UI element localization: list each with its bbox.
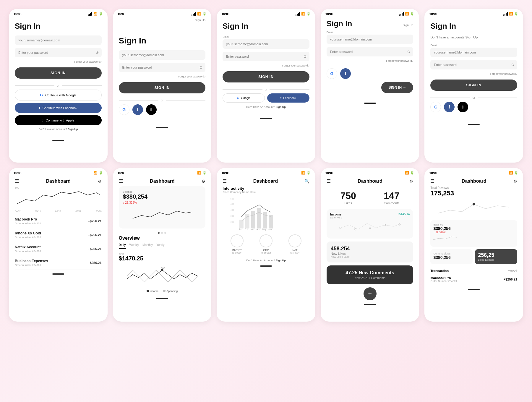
hamburger-icon-d5[interactable]: ☰	[430, 178, 434, 184]
google-signin-button-1[interactable]: G Continue with Google	[15, 90, 102, 100]
password-input-3[interactable]	[223, 52, 309, 61]
balance-line-d2	[123, 207, 202, 224]
forgot-pwd-4[interactable]: Forgot your password?	[327, 59, 413, 62]
email-input-4[interactable]	[327, 35, 413, 44]
dont-have-account-1: Don't Have An Account? Sign Up	[15, 128, 102, 131]
dash-header-d5: ☰ Dashboard ⚙	[424, 176, 523, 186]
filter-icon-d5[interactable]: ⚙	[513, 179, 517, 184]
forgot-pwd-1[interactable]: Forgot your password?	[15, 60, 102, 63]
income-label-d4: Income	[330, 213, 342, 216]
time-d4: 10:01	[325, 171, 334, 175]
tab-weekly-d2[interactable]: Weekly	[129, 243, 139, 249]
tab-monthly-d2[interactable]: Monthly	[142, 243, 153, 249]
facebook-circle-5[interactable]: f	[444, 102, 455, 112]
hamburger-icon-d3[interactable]: ☰	[223, 178, 227, 184]
facebook-signin-button-1[interactable]: f Continue with Facebook	[15, 103, 102, 113]
signin-button-2[interactable]: SIGN IN	[119, 82, 206, 93]
new-comments-card-d4: 47.25 New Comments New 25,214 Comments	[327, 265, 413, 284]
signin-button-3[interactable]: SIGN IN	[223, 71, 309, 82]
hamburger-icon-d4[interactable]: ☰	[327, 178, 331, 184]
facebook-circle-4[interactable]: f	[340, 68, 351, 79]
dash-title-d3: Dashboard	[253, 179, 278, 184]
balance-mini-change-d5: ↓ 29.328%	[433, 231, 514, 234]
signal-icon-2	[192, 12, 196, 16]
svg-text:Apr: Apr	[257, 228, 260, 231]
password-input-5[interactable]	[430, 60, 517, 69]
battery-icon: 🔋	[99, 12, 103, 16]
signup-top-link-4[interactable]: Sign Up	[403, 24, 413, 27]
facebook-icon-4: f	[345, 71, 346, 76]
fab-d4[interactable]: +	[364, 287, 377, 300]
svg-text:Jun: Jun	[268, 228, 272, 230]
content-views-num-d5: $380,256	[433, 255, 470, 260]
filter-icon-d2[interactable]: ⚙	[202, 179, 205, 184]
signup-link-3[interactable]: Sign Up	[276, 106, 286, 108]
google-icon-2: G	[122, 107, 126, 112]
overview-section-d2: Overview Daily Weekly Monthly Yearly Tot…	[113, 236, 212, 262]
line-chart-d1	[15, 186, 102, 210]
tab-yearly-d2[interactable]: Yearly	[156, 243, 164, 249]
balance-amount-d2: $380,254	[123, 193, 202, 200]
google-circle-5[interactable]: G	[430, 102, 441, 112]
password-group-4: ⊘	[327, 47, 413, 56]
google-btn-3[interactable]: G Google	[223, 93, 265, 103]
dash-title-d2: Dashboard	[150, 179, 175, 184]
tab-daily-d2[interactable]: Daily	[119, 243, 126, 249]
content-card-d5: Content Views $380,256	[430, 249, 473, 264]
status-bar-2: 10:01 📶 🔋	[113, 9, 212, 17]
earned-num-d5: 256,25	[478, 252, 514, 258]
signin-arrow-button-4[interactable]: SIGN IN →	[381, 82, 413, 93]
signup-link-d3[interactable]: Sign Up	[276, 259, 286, 262]
or-divider-2: or	[119, 99, 206, 102]
apple-circle-5[interactable]: 	[458, 102, 468, 112]
google-circle-4[interactable]: G	[327, 68, 337, 79]
status-icons-d5: 📶 🔋	[509, 171, 518, 175]
signup-link-5[interactable]: Sign Up	[466, 35, 478, 39]
facebook-btn-3[interactable]: f Facebook	[267, 93, 309, 103]
time-d2: 10:01	[118, 171, 126, 175]
password-input-2[interactable]	[119, 63, 206, 72]
password-input-4[interactable]	[327, 47, 413, 56]
likes-label-d4: Likes	[340, 201, 356, 205]
signin-button-1[interactable]: SIGN IN	[15, 67, 102, 79]
status-bar-4: 10:01 📶 🔋	[321, 9, 419, 17]
forgot-pwd-2[interactable]: Forgot your password?	[119, 75, 206, 78]
hamburger-icon-d2[interactable]: ☰	[119, 178, 123, 184]
forgot-pwd-5[interactable]: Forgot your password?	[430, 72, 517, 75]
filter-icon-d1[interactable]: ⚙	[98, 179, 102, 184]
signin-button-5[interactable]: SIGN IN	[430, 80, 517, 91]
view-all-d5[interactable]: View All	[508, 269, 517, 272]
signup-link-1[interactable]: Sign Up	[68, 128, 78, 131]
email-label-3: Email	[223, 35, 309, 38]
google-icon-4: G	[330, 71, 333, 76]
home-indicator-d1	[52, 273, 64, 275]
wifi-icon-d1: 📶	[93, 171, 98, 175]
facebook-circle-2[interactable]: f	[132, 104, 143, 115]
apple-circle-2[interactable]: 	[146, 104, 157, 115]
signup-top-link-2[interactable]: Sign Up	[195, 19, 206, 22]
email-input-3[interactable]	[223, 39, 309, 49]
email-group-3: Email	[223, 35, 309, 49]
google-circle-2[interactable]: G	[119, 104, 129, 115]
svg-text:May: May	[262, 228, 267, 231]
email-input-1[interactable]	[15, 35, 102, 45]
new-comments-sub-d4: New 25,214 Comments	[331, 276, 409, 280]
email-input-5[interactable]	[430, 48, 517, 57]
signin-title-2: Sign In	[119, 36, 206, 46]
email-input-2[interactable]	[119, 50, 206, 60]
hamburger-icon-d1[interactable]: ☰	[15, 178, 19, 184]
home-indicator-d2	[156, 298, 168, 299]
battery-icon-2: 🔋	[202, 12, 207, 16]
filter-icon-d4[interactable]: ⚙	[409, 179, 413, 184]
svg-rect-9	[251, 211, 255, 228]
reviews-label-d5: Total Reviews	[430, 186, 517, 189]
apple-signin-button-1[interactable]:  Continue with Apple	[15, 115, 102, 125]
chart-x-labels-d1: 04/1205/1106/1207/1208/10	[9, 210, 108, 214]
search-icon-d3[interactable]: 🔍	[304, 179, 309, 184]
forgot-pwd-3[interactable]: Forgot your password?	[223, 64, 309, 67]
password-input-1[interactable]	[15, 48, 102, 57]
password-group-3: ⊘	[223, 52, 309, 61]
home-indicator-5	[468, 124, 480, 125]
income-change-d4: +$145.14	[397, 213, 410, 219]
status-bar-d1: 10:01 📶 🔋	[9, 168, 108, 176]
